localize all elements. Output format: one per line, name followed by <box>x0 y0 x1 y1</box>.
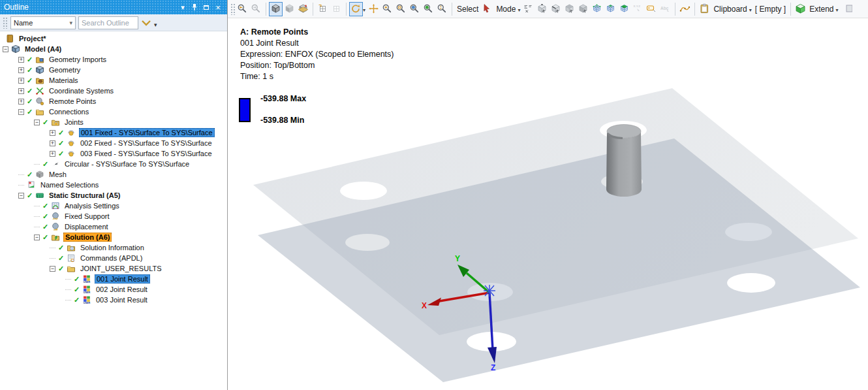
select-filter-icon[interactable] <box>521 2 535 16</box>
collapse-icon[interactable]: − <box>18 109 24 115</box>
maximize-icon[interactable] <box>201 2 211 12</box>
pan-icon[interactable] <box>367 2 380 16</box>
zoom-in-icon[interactable] <box>380 2 394 16</box>
tree-item[interactable]: −✓Joints <box>0 117 227 127</box>
tree-item[interactable]: +✓Materials <box>0 75 227 86</box>
folder-icon <box>35 107 45 116</box>
svg-text:Abc: Abc <box>660 6 669 10</box>
upper-plate-hole <box>340 182 387 200</box>
magnifier-window-icon[interactable] <box>435 2 449 16</box>
folder-icon <box>67 264 76 273</box>
chevron-down-icon[interactable]: ▾ <box>363 7 365 13</box>
tree-guide <box>65 300 71 301</box>
drag-handle[interactable] <box>230 3 236 15</box>
tree-item[interactable]: −Model (A4) <box>0 44 227 54</box>
tree-item[interactable]: +✓002 Fixed - SYS\Surface To SYS\Surface <box>0 138 227 148</box>
toolbar-overflow-caret-icon[interactable]: ▾ <box>154 22 157 28</box>
toolbar-separator <box>266 3 266 16</box>
cylinder-pin[interactable] <box>606 125 642 197</box>
tree-item[interactable]: +✓Coordinate Systems <box>0 86 227 96</box>
tree-item[interactable]: +✓Geometry Imports <box>0 54 227 65</box>
expand-filter-chevron-icon[interactable] <box>141 19 151 27</box>
collapse-icon[interactable]: − <box>18 193 24 199</box>
expand-icon[interactable]: + <box>18 57 24 63</box>
collapse-icon[interactable]: − <box>34 235 40 240</box>
shaded-exterior-icon[interactable] <box>283 2 296 16</box>
expand-icon[interactable]: + <box>18 67 24 73</box>
element-face-select-icon[interactable] <box>604 2 617 16</box>
extend-menu[interactable]: Extend <box>807 5 835 14</box>
expand-icon[interactable]: + <box>50 130 55 136</box>
chevron-down-icon[interactable]: ▾ <box>836 7 839 13</box>
geometry-viewport[interactable]: X Y Z A: Remote Points 001 Joint Result … <box>228 18 868 390</box>
check-icon: ✓ <box>42 118 50 127</box>
tree-item[interactable]: ✓Mesh <box>0 169 227 180</box>
tree-item[interactable]: +✓Geometry <box>0 65 227 75</box>
svg-text:C: C <box>70 257 74 263</box>
tree-item[interactable]: ✓Circular - SYS\Surface To SYS\Surface <box>0 159 227 169</box>
shaded-exterior-edges-icon[interactable] <box>269 2 283 16</box>
joint-reference-star-icon <box>484 285 495 297</box>
edge-select-icon[interactable] <box>549 2 563 16</box>
tree-item[interactable]: ✓Displacement <box>0 221 227 232</box>
mode-menu[interactable]: Mode <box>494 5 518 14</box>
tree-item[interactable]: ✓USER001 Joint Result <box>0 274 227 284</box>
chevron-down-icon[interactable]: ▾ <box>518 7 520 13</box>
collapse-icon[interactable]: − <box>3 46 8 52</box>
chart-spline-icon[interactable] <box>678 2 692 16</box>
tree-item[interactable]: Project* <box>0 33 227 44</box>
search-input[interactable] <box>78 16 138 29</box>
expand-icon[interactable]: + <box>50 140 55 146</box>
tree-item[interactable]: −✓Static Structural (A5) <box>0 190 227 201</box>
tree-guide <box>18 174 24 175</box>
tree-item[interactable]: ✓CCommands (APDL) <box>0 253 227 263</box>
tree-item[interactable]: −✓Connections <box>0 106 227 117</box>
tree-item[interactable]: Named Selections <box>0 180 227 190</box>
rotate-icon[interactable] <box>349 2 363 16</box>
zoom-fit-icon[interactable] <box>408 2 422 16</box>
clipboard-icon[interactable] <box>698 2 711 16</box>
view-grid-1-icon[interactable] <box>316 2 330 16</box>
toolbar-separator <box>346 3 347 16</box>
drag-handle[interactable] <box>3 17 8 29</box>
check-icon: ✓ <box>42 160 50 169</box>
select-cursor-icon[interactable] <box>480 2 494 16</box>
extend-icon[interactable] <box>794 2 807 16</box>
tree-item[interactable]: +✓Remote Points <box>0 96 227 106</box>
collapse-icon[interactable]: − <box>50 266 55 272</box>
tree-item[interactable]: ✓USER002 Joint Result <box>0 284 227 295</box>
element-select-icon[interactable] <box>617 2 631 16</box>
zoom-to-selection-icon[interactable] <box>422 2 435 16</box>
tree-item[interactable]: −✓JOINT_USER_RESULTS <box>0 263 227 274</box>
face-select-icon[interactable] <box>563 2 576 16</box>
tree-item[interactable]: −✓Solution (A6) <box>0 232 227 242</box>
vertex-select-icon[interactable] <box>535 2 549 16</box>
chevron-down-icon[interactable]: ▾ <box>749 7 752 13</box>
expand-icon[interactable]: + <box>18 88 24 94</box>
box-zoom-icon[interactable] <box>394 2 408 16</box>
close-icon[interactable]: × <box>213 2 223 12</box>
body-select-icon[interactable] <box>576 2 590 16</box>
tree-item[interactable]: ✓USER003 Joint Result <box>0 295 227 305</box>
tree-item[interactable]: ✓Fixed Support <box>0 211 227 221</box>
label-tag-icon[interactable] <box>645 2 659 16</box>
node-select-icon[interactable] <box>590 2 604 16</box>
tree-item[interactable]: ✓iSolution Information <box>0 242 227 253</box>
clipboard-menu[interactable]: Clipboard <box>711 5 749 14</box>
name-filter-select[interactable]: Name ▾ <box>10 16 76 29</box>
expand-icon[interactable]: + <box>50 151 55 157</box>
collapse-icon[interactable]: − <box>34 120 40 125</box>
check-icon: ✓ <box>42 202 50 210</box>
expand-icon[interactable]: + <box>18 99 24 105</box>
expand-icon[interactable]: + <box>18 78 24 84</box>
check-icon: ✓ <box>74 285 81 294</box>
panel-dropdown-icon[interactable]: ▾ <box>178 2 188 12</box>
zoom-previous-icon[interactable] <box>236 2 249 16</box>
section-plane-icon[interactable] <box>296 2 310 16</box>
tree-item[interactable]: ✓Analysis Settings <box>0 201 227 211</box>
tree-item[interactable]: +✓003 Fixed - SYS\Surface To SYS\Surface <box>0 148 227 159</box>
svg-text:X.Y.Z: X.Y.Z <box>634 5 641 8</box>
pin-icon[interactable] <box>189 2 200 12</box>
partial-edge-icon[interactable] <box>840 2 854 16</box>
tree-item[interactable]: +✓001 Fixed - SYS\Surface To SYS\Surface <box>0 127 227 138</box>
